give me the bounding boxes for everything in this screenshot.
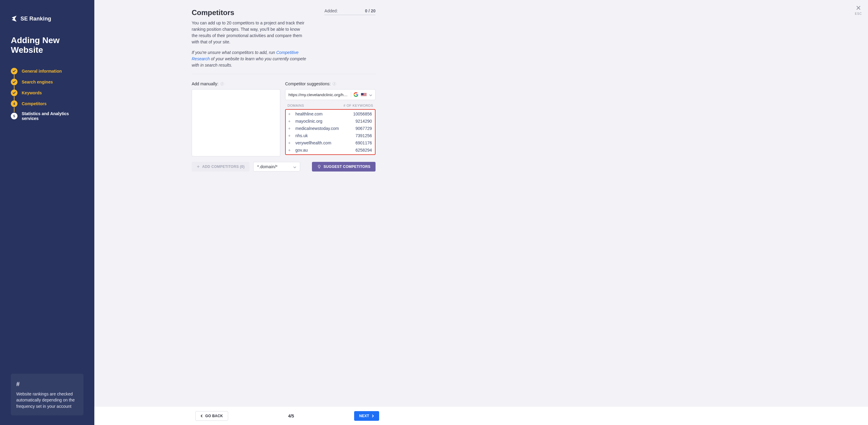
page-title: Competitors	[192, 8, 234, 17]
chevron-left-icon	[200, 414, 203, 418]
add-suggestion-button[interactable]: +	[288, 148, 293, 153]
info-icon[interactable]: i	[220, 82, 224, 86]
chevron-down-icon	[293, 164, 296, 169]
next-button[interactable]: NEXT	[354, 411, 379, 421]
suggestion-row: + medicalnewstoday.com 9067729	[286, 125, 375, 132]
added-counter: Added: 0 / 20	[324, 8, 375, 16]
suggestions-label: Competitor suggestions: i	[285, 81, 375, 86]
add-suggestion-button[interactable]: +	[288, 112, 293, 116]
plus-icon: +	[197, 164, 200, 170]
suggestion-row: + verywellhealth.com 6901176	[286, 139, 375, 147]
svg-point-0	[318, 165, 320, 167]
footer: GO BACK 4/5 NEXT	[94, 406, 868, 425]
step-label: General information	[22, 69, 62, 73]
close-icon: ✕	[855, 5, 862, 11]
brand-icon	[11, 14, 18, 23]
go-back-button[interactable]: GO BACK	[195, 411, 228, 421]
lightbulb-icon	[317, 164, 321, 169]
suggestion-row: + healthline.com 10056856	[286, 110, 375, 118]
sidebar-info-text: Website rankings are checked automatical…	[16, 391, 78, 409]
add-suggestion-button[interactable]: +	[288, 141, 293, 145]
col-keywords: # OF KEYWORDS	[344, 104, 373, 107]
added-label: Added:	[324, 8, 338, 13]
step-competitors[interactable]: 4 Competitors	[11, 98, 84, 109]
brand-name: SE Ranking	[21, 16, 51, 22]
step-label: Statistics and Analytics services	[22, 111, 84, 121]
brand-logo: SE Ranking	[11, 14, 84, 23]
add-manually-input[interactable]	[192, 89, 280, 156]
add-manually-label: Add manually: i	[192, 81, 280, 86]
suggestion-domain: healthline.com	[296, 112, 353, 116]
add-suggestion-button[interactable]: +	[288, 133, 293, 138]
divider	[192, 74, 375, 74]
add-suggestion-button[interactable]: +	[288, 119, 293, 124]
suggestion-row: + gov.au 6258294	[286, 147, 375, 154]
step-statistics[interactable]: 5 Statistics and Analytics services	[11, 109, 84, 123]
suggestion-source-select[interactable]: https://my.clevelandclinic.org/health	[285, 89, 375, 100]
suggestion-row: + nhs.uk 7391256	[286, 132, 375, 139]
added-progress-bar	[324, 14, 375, 16]
chevron-down-icon	[369, 93, 372, 97]
add-suggestion-button[interactable]: +	[288, 126, 293, 131]
add-competitors-button: + ADD COMPETITORS (0)	[192, 162, 250, 172]
step-label: Search engines	[22, 80, 53, 84]
info-icon[interactable]: i	[333, 82, 336, 86]
suggest-competitors-button[interactable]: SUGGEST COMPETITORS	[312, 162, 376, 172]
suggestion-domain: gov.au	[296, 148, 355, 153]
description: You can add up to 20 competitors to a pr…	[192, 20, 306, 45]
step-keywords[interactable]: Keywords	[11, 87, 84, 98]
hash-icon: #	[16, 380, 78, 389]
step-label: Keywords	[22, 90, 42, 95]
suggestions-list: + healthline.com 10056856 + mayoclinic.o…	[285, 109, 375, 155]
sidebar: SE Ranking Adding New Website General in…	[0, 0, 94, 425]
step-search-engines[interactable]: Search engines	[11, 77, 84, 87]
us-flag-icon	[361, 93, 367, 96]
pager: 4/5	[288, 414, 294, 418]
domain-scope-select[interactable]: *.domain/*	[253, 162, 300, 172]
suggestion-keywords: 7391256	[355, 133, 372, 138]
close-esc-label: ESC	[855, 12, 862, 16]
suggestion-row: + mayoclinic.org 9214290	[286, 118, 375, 125]
suggestion-source-value: https://my.clevelandclinic.org/health	[288, 93, 348, 97]
suggestion-domain: medicalnewstoday.com	[296, 126, 355, 131]
suggestion-keywords: 10056856	[353, 112, 372, 116]
google-icon	[353, 92, 358, 97]
step-number-icon: 5	[11, 113, 18, 119]
suggestion-keywords: 9214290	[355, 119, 372, 124]
description-italic: If you're unsure what competitors to add…	[192, 50, 312, 68]
check-icon	[11, 90, 18, 96]
suggestion-domain: mayoclinic.org	[296, 119, 355, 124]
check-icon	[11, 79, 18, 85]
suggestion-keywords: 6901176	[355, 141, 372, 145]
wizard-steps: General information Search engines Keywo…	[11, 66, 84, 123]
sidebar-title: Adding New Website	[11, 36, 84, 55]
step-general-information[interactable]: General information	[11, 66, 84, 77]
close-button[interactable]: ✕ ESC	[855, 5, 862, 16]
main: ✕ ESC Competitors Added: 0 / 20 You can …	[94, 0, 868, 425]
suggestion-keywords: 9067729	[355, 126, 372, 131]
suggestion-domain: nhs.uk	[296, 133, 355, 138]
chevron-right-icon	[372, 414, 374, 418]
check-icon	[11, 68, 18, 74]
col-domains: DOMAINS	[287, 104, 304, 107]
sidebar-info: # Website rankings are checked automatic…	[11, 374, 84, 415]
suggestions-header: DOMAINS # OF KEYWORDS	[285, 100, 375, 109]
suggestion-keywords: 6258294	[355, 148, 372, 153]
suggestion-domain: verywellhealth.com	[296, 141, 355, 145]
step-label: Competitors	[22, 101, 46, 106]
added-value: 0 / 20	[365, 8, 375, 13]
step-number-icon: 4	[11, 100, 18, 107]
